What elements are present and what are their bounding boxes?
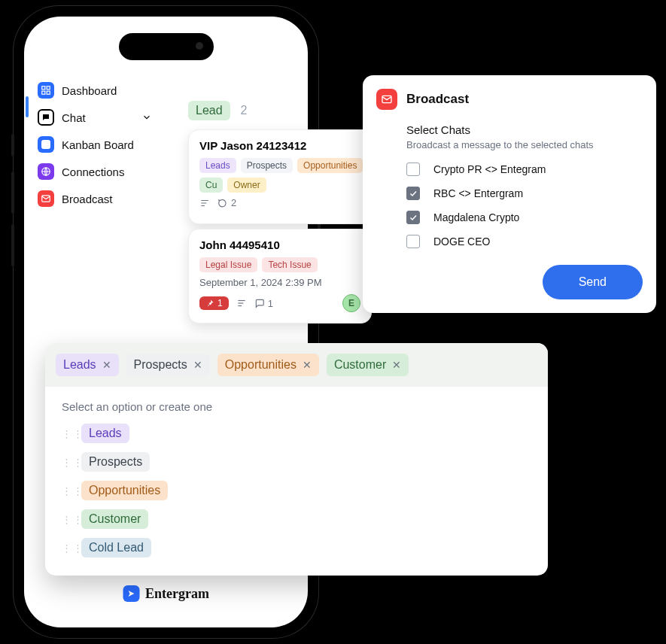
broadcast-chat-list: Crypto PR <> Entegram RBC <> Entergram M… <box>406 163 643 248</box>
comments-icon[interactable]: 1 <box>254 298 273 309</box>
chip-opportunities[interactable]: Opportunities ✕ <box>217 354 319 376</box>
chat-row[interactable]: Magdalena Crypto <box>406 211 643 224</box>
sidebar-item-broadcast[interactable]: Broadcast <box>33 185 155 212</box>
sidebar-item-label: Kanban Board <box>62 138 134 151</box>
broadcast-panel: Broadcast Select Chats Broadcast a messa… <box>363 75 656 313</box>
kanban-card[interactable]: John 44495410 Legal Issue Tech Issue Sep… <box>188 229 372 324</box>
chat-row[interactable]: DOGE CEO <box>406 235 643 248</box>
globe-icon <box>38 163 54 180</box>
tag-picker-selected-row[interactable]: Leads ✕ Prospects ✕ Opportunities ✕ Cust… <box>45 343 548 387</box>
sidebar-item-chat[interactable]: Chat <box>33 104 155 131</box>
broadcast-actions: Send <box>376 265 643 299</box>
comments-icon[interactable]: 2 <box>217 197 236 208</box>
phone-side-button <box>11 172 14 214</box>
dashboard-icon <box>38 82 54 99</box>
brand: Entergram <box>123 585 209 602</box>
column-header: Lead 2 <box>188 101 248 120</box>
chat-label: Magdalena Crypto <box>433 211 519 223</box>
pin-count: 1 <box>217 298 223 308</box>
chat-row[interactable]: RBC <> Entergram <box>406 187 643 200</box>
remove-icon[interactable]: ✕ <box>392 359 401 371</box>
notes-icon <box>199 198 210 208</box>
svg-rect-0 <box>42 87 45 90</box>
checkbox[interactable] <box>406 187 420 200</box>
sidebar-item-label: Chat <box>62 111 86 124</box>
remove-icon[interactable]: ✕ <box>102 359 111 371</box>
mail-icon <box>38 190 54 207</box>
option-label: Cold Lead <box>81 538 151 557</box>
chip-customer[interactable]: Customer ✕ <box>327 354 409 376</box>
kanban-card[interactable]: VIP Jason 24123412 Leads Prospects Oppor… <box>188 129 376 224</box>
phone-side-button <box>11 224 14 266</box>
tag-legal: Legal Issue <box>199 257 257 272</box>
card-title: John 44495410 <box>199 238 360 251</box>
tag-picker-panel: Leads ✕ Prospects ✕ Opportunities ✕ Cust… <box>45 343 548 576</box>
column-count: 2 <box>241 104 248 117</box>
svg-rect-3 <box>47 91 50 94</box>
checkbox[interactable] <box>406 211 420 224</box>
broadcast-hint: Broadcast a message to the selected chat… <box>406 139 643 150</box>
chat-row[interactable]: Crypto PR <> Entegram <box>406 163 643 176</box>
sidebar-item-label: Broadcast <box>62 193 113 205</box>
tag-picker-hint: Select an option or create one <box>57 394 536 419</box>
brand-name: Entergram <box>145 586 209 602</box>
card-footer: 2 <box>199 197 365 208</box>
comments-count: 1 <box>268 298 273 309</box>
sidebar-item-connections[interactable]: Connections <box>33 158 155 185</box>
send-button[interactable]: Send <box>543 265 643 299</box>
tag-option[interactable]: ⋮⋮ Opportunities <box>57 476 536 505</box>
card-footer: 1 1 E <box>199 294 360 312</box>
tag-option[interactable]: ⋮⋮ Prospects <box>57 448 536 476</box>
card-title: VIP Jason 24123412 <box>199 139 365 152</box>
sidebar-item-dashboard[interactable]: Dashboard <box>33 77 155 104</box>
option-label: Opportunities <box>81 481 168 500</box>
sidebar-nav: Dashboard Chat Kanban Board Connection <box>29 77 155 212</box>
kanban-icon <box>38 136 54 153</box>
card-datetime: September 1, 2024 2:39 PM <box>199 277 360 288</box>
tag-customer: Cu <box>199 178 223 193</box>
remove-icon[interactable]: ✕ <box>303 359 312 371</box>
notes-icon <box>236 298 247 308</box>
mail-icon <box>376 89 397 110</box>
drag-handle-icon[interactable]: ⋮⋮ <box>62 428 71 439</box>
comments-count: 2 <box>231 197 236 208</box>
checkbox[interactable] <box>406 163 420 176</box>
broadcast-subtitle: Select Chats <box>406 123 643 136</box>
checkbox[interactable] <box>406 235 420 248</box>
tag-tech: Tech Issue <box>262 257 317 272</box>
brand-logo-icon <box>123 585 139 602</box>
chat-label: Crypto PR <> Entegram <box>433 163 546 175</box>
chip-prospects[interactable]: Prospects ✕ <box>126 354 210 376</box>
card-avatar: E <box>342 294 360 312</box>
chip-label: Customer <box>334 358 386 372</box>
column-name: Lead <box>188 101 230 120</box>
svg-rect-2 <box>42 91 45 94</box>
option-label: Prospects <box>81 452 150 472</box>
phone-side-button <box>11 134 14 156</box>
tag-owner: Owner <box>227 178 266 193</box>
tag-option[interactable]: ⋮⋮ Customer <box>57 505 536 533</box>
chat-label: RBC <> Entergram <box>433 187 523 199</box>
card-tags: Leads Prospects Opportunities Cu Owner <box>199 158 365 193</box>
sidebar-item-label: Connections <box>62 166 124 178</box>
sidebar-item-kanban[interactable]: Kanban Board <box>33 131 155 158</box>
chat-icon <box>38 109 54 126</box>
chip-label: Prospects <box>134 358 187 372</box>
svg-rect-1 <box>47 87 50 90</box>
chip-leads[interactable]: Leads ✕ <box>56 354 119 376</box>
remove-icon[interactable]: ✕ <box>193 359 202 371</box>
chip-label: Opportunities <box>225 358 297 372</box>
drag-handle-icon[interactable]: ⋮⋮ <box>62 514 71 525</box>
tag-leads: Leads <box>199 158 236 173</box>
drag-handle-icon[interactable]: ⋮⋮ <box>62 485 71 497</box>
option-label: Customer <box>81 509 148 529</box>
drag-handle-icon[interactable]: ⋮⋮ <box>62 457 71 468</box>
tag-prospects: Prospects <box>241 158 293 173</box>
broadcast-header: Broadcast <box>376 89 643 110</box>
tag-option[interactable]: ⋮⋮ Leads <box>57 419 536 448</box>
tag-option[interactable]: ⋮⋮ Cold Lead <box>57 533 536 562</box>
phone-notch <box>119 33 214 60</box>
broadcast-title: Broadcast <box>406 92 469 107</box>
sidebar-item-label: Dashboard <box>62 84 117 97</box>
drag-handle-icon[interactable]: ⋮⋮ <box>62 542 71 554</box>
